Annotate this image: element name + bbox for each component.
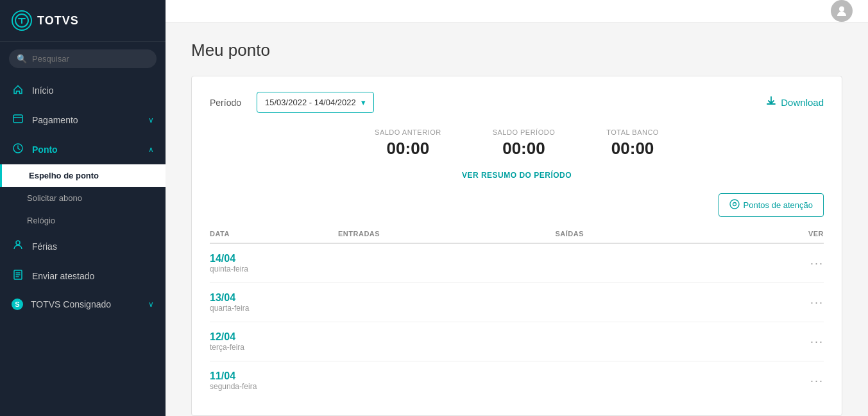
search-input[interactable] <box>32 54 149 64</box>
stat-saldo-anterior: SALDO ANTERIOR 00:00 <box>375 128 441 159</box>
table-header: DATA ENTRADAS SAÍDAS VER <box>210 230 824 244</box>
sidebar-item-ponto-label: Ponto <box>32 144 58 155</box>
ver-resumo: VER RESUMO DO PERÍODO <box>210 169 824 180</box>
sidebar-item-atestado-label: Enviar atestado <box>32 271 94 281</box>
stats-row: SALDO ANTERIOR 00:00 SALDO PERÍODO 00:00… <box>210 128 824 159</box>
sidebar-item-ferias-label: Férias <box>32 241 57 252</box>
card-header: Período 15/03/2022 - 14/04/2022 ▾ Downlo… <box>210 92 824 113</box>
atencao-button[interactable]: Pontos de atenção <box>719 193 824 217</box>
svg-point-7 <box>733 203 736 206</box>
atencao-row: Pontos de atenção <box>210 193 824 217</box>
date-sub-4: segunda-feira <box>210 382 338 391</box>
svg-rect-1 <box>13 115 22 123</box>
sidebar-item-atestado[interactable]: Enviar atestado <box>0 261 166 291</box>
table-row: 12/04 terça-feira ··· <box>210 322 824 361</box>
sidebar-item-inicio[interactable]: Início <box>0 76 166 105</box>
download-icon <box>765 95 777 110</box>
stat-saldo-anterior-label: SALDO ANTERIOR <box>375 128 441 136</box>
sidebar-item-ferias[interactable]: Férias <box>0 232 166 261</box>
date-main-1: 14/04 <box>210 253 338 264</box>
ver-resumo-link[interactable]: VER RESUMO DO PERÍODO <box>462 171 572 180</box>
stat-total-banco-label: TOTAL BANCO <box>606 128 659 136</box>
table-row: 13/04 quarta-feira ··· <box>210 283 824 322</box>
date-sub-3: terça-feira <box>210 343 338 352</box>
date-main-3: 12/04 <box>210 331 338 343</box>
sidebar-subitem-abono-label: Solicitar abono <box>27 193 82 203</box>
ferias-icon <box>12 239 24 254</box>
eye-icon <box>729 199 740 211</box>
sidebar-subitem-relogio-label: Relógio <box>27 216 55 225</box>
search-bar[interactable]: 🔍 <box>9 49 157 68</box>
user-avatar[interactable] <box>831 0 853 22</box>
content-area: Meu ponto Período 15/03/2022 - 14/04/202… <box>166 22 868 416</box>
table-row: 14/04 quinta-feira ··· <box>210 244 824 283</box>
more-button-2[interactable]: ··· <box>772 296 824 309</box>
consignado-icon: S <box>12 299 23 310</box>
row-date-1: 14/04 quinta-feira <box>210 253 338 273</box>
logo-text: TOTVS <box>37 14 79 28</box>
chevron-down-icon-2: ∨ <box>148 300 154 309</box>
date-sub-1: quinta-feira <box>210 264 338 273</box>
sidebar-item-inicio-label: Início <box>32 85 53 96</box>
sidebar-item-ponto[interactable]: Ponto ∧ <box>0 135 166 164</box>
col-ver: VER <box>772 230 824 238</box>
download-label: Download <box>781 97 824 108</box>
stat-saldo-periodo-value: 00:00 <box>493 139 556 159</box>
period-label: Período <box>210 98 241 108</box>
row-date-4: 11/04 segunda-feira <box>210 370 338 391</box>
stat-saldo-periodo: SALDO PERÍODO 00:00 <box>493 128 556 159</box>
sidebar-subitem-relogio[interactable]: Relógio <box>0 209 166 232</box>
main-card: Período 15/03/2022 - 14/04/2022 ▾ Downlo… <box>191 76 842 416</box>
row-date-3: 12/04 terça-feira <box>210 331 338 352</box>
more-button-3[interactable]: ··· <box>772 335 824 349</box>
col-entradas: ENTRADAS <box>338 230 556 238</box>
sidebar-subitem-espelho-label: Espelho de ponto <box>29 171 99 180</box>
col-data: DATA <box>210 230 338 238</box>
svg-point-3 <box>16 241 20 245</box>
page-title: Meu ponto <box>191 40 842 60</box>
top-bar <box>166 0 868 22</box>
sidebar-item-consignado-label: TOTVS Consignado <box>31 299 111 309</box>
table-row: 11/04 segunda-feira ··· <box>210 361 824 400</box>
ponto-icon <box>12 143 24 157</box>
row-date-2: 13/04 quarta-feira <box>210 292 338 313</box>
sidebar-item-consignado[interactable]: S TOTVS Consignado ∨ <box>0 291 166 318</box>
sidebar-item-pagamento[interactable]: Pagamento ∨ <box>0 105 166 135</box>
more-button-1[interactable]: ··· <box>772 257 824 270</box>
chevron-up-icon: ∧ <box>148 145 154 154</box>
atestado-icon <box>12 269 24 283</box>
logo-icon <box>12 10 32 31</box>
logo-area: TOTVS <box>0 0 166 42</box>
sidebar: TOTVS 🔍 Início Pagamento ∨ Ponto ∧ Espel… <box>0 0 166 416</box>
stat-total-banco: TOTAL BANCO 00:00 <box>606 128 659 159</box>
pagamento-icon <box>12 113 24 127</box>
sidebar-item-pagamento-label: Pagamento <box>32 115 78 125</box>
date-sub-2: quarta-feira <box>210 304 338 313</box>
period-wrapper: Período 15/03/2022 - 14/04/2022 ▾ <box>210 92 374 113</box>
chevron-down-icon: ∨ <box>148 116 154 125</box>
stat-total-banco-value: 00:00 <box>606 139 659 159</box>
date-main-2: 13/04 <box>210 292 338 304</box>
stat-saldo-anterior-value: 00:00 <box>375 139 441 159</box>
more-button-4[interactable]: ··· <box>772 374 824 388</box>
sidebar-subitem-abono[interactable]: Solicitar abono <box>0 187 166 209</box>
period-value: 15/03/2022 - 14/04/2022 <box>265 98 356 107</box>
home-icon <box>12 83 24 98</box>
sidebar-subitem-espelho[interactable]: Espelho de ponto <box>0 164 166 187</box>
download-button[interactable]: Download <box>765 95 824 110</box>
date-main-4: 11/04 <box>210 370 338 382</box>
period-chevron-icon: ▾ <box>361 98 366 107</box>
svg-point-6 <box>730 200 739 209</box>
svg-point-5 <box>839 6 844 12</box>
main-content: Meu ponto Período 15/03/2022 - 14/04/202… <box>166 0 868 416</box>
atencao-label: Pontos de atenção <box>744 200 813 210</box>
search-icon: 🔍 <box>17 54 27 64</box>
period-select[interactable]: 15/03/2022 - 14/04/2022 ▾ <box>257 92 374 113</box>
stat-saldo-periodo-label: SALDO PERÍODO <box>493 128 556 136</box>
col-saidas: SAÍDAS <box>556 230 773 238</box>
